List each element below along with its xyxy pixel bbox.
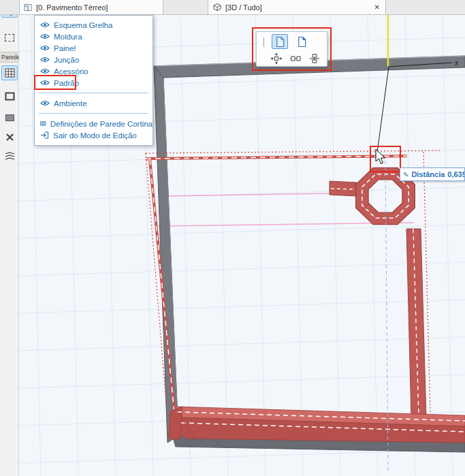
tab-floor-plan[interactable]: [0. Pavimento Térreo] — [19, 0, 163, 15]
menu-separator — [39, 113, 148, 114]
junction-icon — [5, 133, 14, 142]
menu-item-moldura[interactable]: Moldura — [35, 31, 153, 42]
menu-item-definicoes[interactable]: Definições de Parede Cortina — [35, 118, 153, 129]
distance-tooltip: ✎ Distância 0,6356 — [400, 168, 465, 181]
scheme-option-1-button[interactable] — [272, 34, 288, 49]
eye-icon — [40, 80, 50, 86]
curtain-wall-edit-menu: Esquema Grelha Moldura Painel Junção Ace… — [34, 15, 153, 146]
menu-item-label: Ambiente — [54, 99, 87, 108]
eye-icon — [40, 100, 50, 106]
left-toolbox: Parede C — [0, 0, 19, 476]
floor-plan-icon — [24, 3, 33, 12]
menu-separator — [39, 93, 148, 93]
menu-item-label: Definições de Parede Cortina — [50, 120, 153, 128]
distance-value: 0,6356 — [447, 170, 465, 178]
menu-item-label: Moldura — [54, 33, 82, 41]
move-frame-button[interactable] — [269, 51, 284, 65]
menu-item-painel[interactable]: Painel — [35, 42, 153, 54]
frame-tool[interactable] — [1, 89, 18, 104]
split-frame-button[interactable] — [307, 51, 322, 65]
menu-item-label: Painel — [54, 44, 76, 52]
grid-icon — [5, 68, 15, 78]
move-icon — [270, 52, 283, 65]
tab-floor-plan-label: [0. Pavimento Térreo] — [36, 3, 108, 12]
menu-item-ambiente[interactable]: Ambiente — [35, 97, 153, 109]
pet-palette — [256, 31, 327, 67]
align-node-icon — [289, 52, 302, 65]
frame-icon — [5, 92, 15, 101]
x-axis-label: x — [455, 59, 458, 67]
junction-tool[interactable] — [1, 129, 18, 144]
tab-3d[interactable]: [3D / Tudo] ✕ — [208, 0, 386, 15]
menu-item-label: Junção — [54, 56, 79, 64]
exit-edit-mode-icon — [40, 131, 49, 139]
menu-item-sair[interactable]: Sair do Modo de Edição — [35, 129, 153, 141]
page-alt-icon — [297, 36, 307, 48]
pet-palette-highlight-redbox — [252, 27, 332, 71]
application-window: x [0. Pavimento Térreo] [3D / Tudo] ✕ — [0, 0, 465, 476]
menu-item-juncao[interactable]: Junção — [35, 54, 153, 65]
menu-item-acessorio[interactable]: Acessório — [35, 65, 153, 77]
menu-item-label: Acessório — [54, 67, 89, 76]
menu-item-label: Esquema Grelha — [54, 21, 112, 29]
accessory-tool[interactable] — [1, 148, 18, 163]
menu-item-label: Sair do Modo de Edição — [53, 131, 137, 140]
grid-scheme-tool[interactable] — [1, 65, 18, 80]
menu-item-padrao[interactable]: Padrão — [35, 77, 153, 89]
tab-3d-label: [3D / Tudo] — [225, 3, 262, 12]
split-frame-icon — [308, 52, 321, 65]
scheme-option-2-button[interactable] — [293, 34, 310, 49]
close-icon[interactable]: ✕ — [373, 3, 381, 11]
menu-item-esquema-grelha[interactable]: Esquema Grelha — [35, 19, 153, 31]
eye-icon — [40, 45, 50, 51]
marquee-tool[interactable] — [1, 30, 18, 45]
marquee-icon — [5, 34, 14, 42]
eye-icon — [40, 57, 50, 63]
eye-icon — [40, 33, 50, 39]
panel-icon — [5, 114, 14, 121]
menu-item-label: Padrão — [54, 79, 79, 87]
toolbox-group-label: Parede C — [1, 54, 19, 61]
distance-label: Distância — [411, 170, 445, 178]
tab-bar: [0. Pavimento Térreo] [3D / Tudo] ✕ — [0, 0, 465, 15]
measure-icon: ✎ — [403, 171, 408, 178]
table-settings-icon — [40, 120, 46, 127]
accessory-icon — [5, 152, 15, 161]
palette-divider — [263, 37, 264, 47]
3d-box-icon — [212, 3, 222, 12]
align-node-button[interactable] — [288, 51, 303, 65]
panel-tool[interactable] — [1, 110, 18, 125]
eye-icon — [40, 68, 50, 74]
page-icon — [275, 36, 285, 48]
eye-icon — [40, 22, 50, 28]
toolbox-group-header: Parede C — [0, 52, 19, 63]
